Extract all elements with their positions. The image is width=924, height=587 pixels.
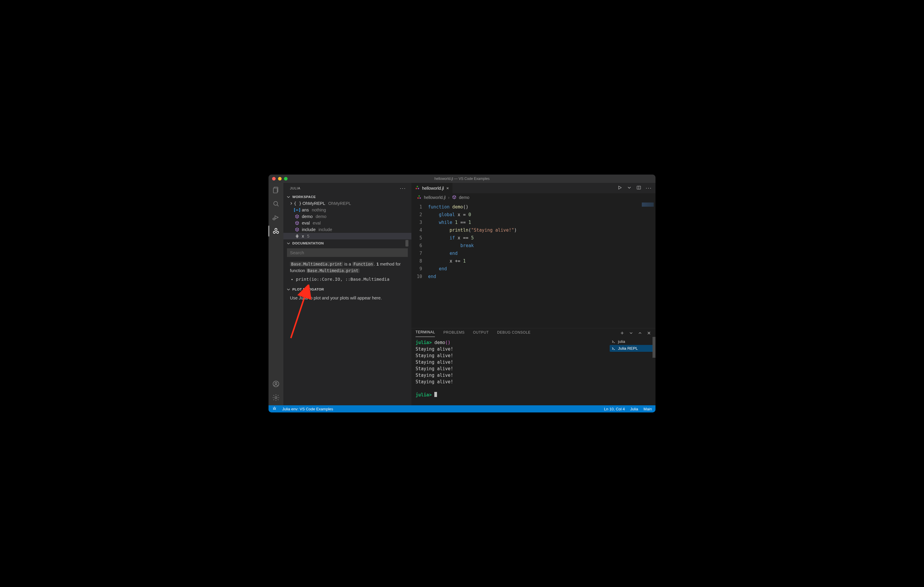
sidebar: JULIA ··· WORKSPACE { }OhMyREPLOhMyREPL[…: [284, 183, 411, 405]
workspace-item[interactable]: [⋯]ansnothing: [284, 207, 411, 213]
scrollbar-thumb[interactable]: [406, 240, 408, 247]
workspace-item[interactable]: ⋕x5: [284, 233, 411, 239]
svg-point-28: [274, 408, 275, 409]
workspace-item-name: OhMyREPL: [302, 201, 325, 206]
workspace-item-type: include: [318, 227, 332, 232]
workspace-item-type: OhMyREPL: [328, 201, 351, 206]
julia-file-icon: [415, 185, 420, 191]
editor-more-button[interactable]: ···: [646, 185, 652, 191]
activity-accounts[interactable]: [272, 380, 280, 388]
window-close-button[interactable]: [272, 177, 276, 181]
workspace-item-name: ans: [302, 207, 309, 212]
bottom-panel: TERMINAL PROBLEMS OUTPUT DEBUG CONSOLE j…: [411, 328, 655, 405]
sidebar-more-button[interactable]: ···: [400, 185, 406, 191]
titlebar: helloworld.jl — VS Code Examples: [269, 174, 655, 183]
section-plot-label: PLOT NAVIGATOR: [292, 288, 324, 291]
doc-method: print(io::Core.IO, ::Base.Multimedia: [296, 276, 408, 283]
plot-navigator-body: Use Julia to plot and your plots will ap…: [284, 293, 411, 303]
status-julia-env[interactable]: Julia env: VS Code Examples: [282, 407, 333, 411]
svg-point-20: [417, 197, 419, 199]
workspace-item-name: eval: [302, 220, 310, 225]
breadcrumb-symbol[interactable]: demo: [459, 195, 469, 200]
panel-maximize-button[interactable]: [638, 330, 642, 336]
section-documentation-header[interactable]: DOCUMENTATION: [284, 240, 411, 247]
status-cursor-position[interactable]: Ln 10, Col 4: [604, 407, 625, 411]
panel-tab-debug-console[interactable]: DEBUG CONSOLE: [497, 330, 531, 337]
breadcrumb-file[interactable]: helloworld.jl: [424, 195, 446, 200]
tab-bar: helloworld.jl × ···: [411, 183, 655, 194]
terminal-list-item[interactable]: Julia REPL: [610, 345, 654, 352]
sidebar-title: JULIA: [290, 186, 300, 190]
code-area[interactable]: function demo() global x = 0 while 1 == …: [426, 201, 655, 328]
activity-explorer[interactable]: [272, 186, 280, 194]
svg-point-5: [273, 218, 275, 220]
workspace-item[interactable]: demodemo: [284, 213, 411, 220]
chevron-down-icon: [286, 195, 290, 199]
julia-file-icon: [417, 195, 421, 201]
panel-tab-problems[interactable]: PROBLEMS: [443, 330, 465, 337]
workspace-item[interactable]: evaleval: [284, 220, 411, 226]
symbol-icon: [452, 195, 457, 201]
section-documentation-label: DOCUMENTATION: [292, 242, 324, 245]
tab-close-button[interactable]: ×: [446, 186, 449, 191]
svg-point-8: [273, 231, 276, 233]
svg-point-11: [275, 382, 277, 385]
cube-icon: [295, 227, 299, 232]
terminal-list: juliaJulia REPL: [608, 337, 655, 405]
panel-tab-output[interactable]: OUTPUT: [473, 330, 489, 337]
workspace-item[interactable]: { }OhMyREPLOhMyREPL: [284, 200, 411, 207]
panel-close-button[interactable]: [647, 330, 651, 336]
svg-point-13: [417, 186, 418, 187]
documentation-body: Base.Multimedia.print is a Function. 1 m…: [284, 259, 411, 285]
terminal-list-item[interactable]: julia: [610, 338, 654, 345]
svg-marker-4: [275, 216, 278, 219]
svg-line-31: [276, 408, 276, 408]
activity-settings[interactable]: [272, 393, 280, 402]
activity-run-debug[interactable]: [272, 213, 280, 222]
activity-search[interactable]: [272, 199, 280, 208]
line-gutter: 12345678910: [411, 201, 426, 328]
section-workspace-label: WORKSPACE: [292, 195, 316, 199]
run-dropdown[interactable]: [627, 185, 632, 191]
window-title: helloworld.jl — VS Code Examples: [269, 177, 655, 181]
tab-helloworld[interactable]: helloworld.jl ×: [411, 183, 453, 193]
activity-julia[interactable]: [272, 227, 280, 235]
svg-point-15: [417, 188, 419, 189]
cube-icon: [295, 220, 299, 225]
svg-line-32: [273, 409, 274, 410]
documentation-search-input[interactable]: [287, 248, 408, 257]
svg-point-2: [274, 201, 277, 205]
status-bar: Julia env: VS Code Examples Ln 10, Col 4…: [269, 405, 655, 413]
breadcrumb[interactable]: helloworld.jl › demo: [411, 194, 655, 201]
status-branch[interactable]: Main: [644, 407, 652, 411]
workspace-item-name: x: [302, 234, 304, 238]
scrollbar-thumb[interactable]: [652, 337, 655, 358]
window-minimize-button[interactable]: [278, 177, 282, 181]
svg-rect-1: [273, 188, 277, 193]
window-zoom-button[interactable]: [284, 177, 287, 181]
section-plot-header[interactable]: PLOT NAVIGATOR: [284, 286, 411, 293]
split-editor-button[interactable]: [636, 185, 642, 191]
new-terminal-button[interactable]: [620, 330, 625, 336]
svg-line-30: [273, 408, 274, 408]
status-debug-icon[interactable]: [272, 406, 277, 412]
run-button[interactable]: [617, 185, 622, 191]
terminal-output[interactable]: julia> demo() Staying alive! Staying ali…: [411, 337, 608, 405]
svg-line-33: [276, 409, 276, 410]
hash-icon: ⋕: [295, 234, 299, 238]
terminal-dropdown[interactable]: [629, 330, 634, 336]
bracket-blue-icon: [⋯]: [295, 207, 299, 212]
code-editor[interactable]: 12345678910 function demo() global x = 0…: [411, 201, 655, 328]
workspace-item-type: 5: [307, 234, 309, 238]
workspace-item-type: eval: [313, 220, 321, 225]
section-workspace-header[interactable]: WORKSPACE: [284, 194, 411, 200]
activity-bar: [269, 183, 284, 405]
svg-point-7: [275, 229, 277, 230]
svg-point-14: [416, 188, 417, 189]
doc-code: Base.Multimedia.print: [290, 262, 343, 266]
svg-point-19: [419, 195, 420, 197]
minimap[interactable]: [638, 201, 655, 328]
status-language[interactable]: Julia: [630, 407, 638, 411]
workspace-item[interactable]: includeinclude: [284, 226, 411, 233]
panel-tab-terminal[interactable]: TERMINAL: [416, 330, 435, 337]
